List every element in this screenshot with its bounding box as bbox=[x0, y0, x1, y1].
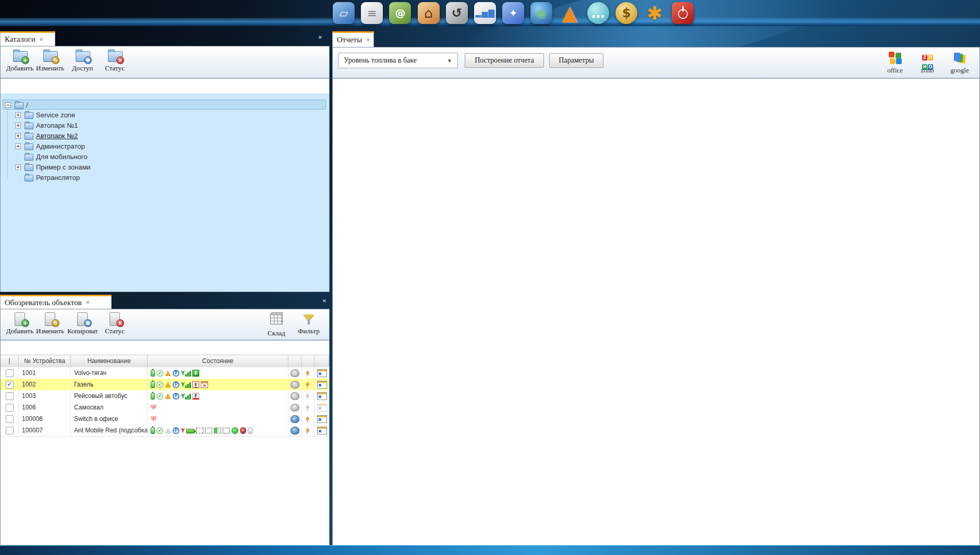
tree-item[interactable]: +Администратор bbox=[3, 141, 326, 151]
cone-dock-icon[interactable]: ▲ bbox=[559, 2, 581, 24]
power-supply-icon[interactable] bbox=[305, 415, 311, 423]
column-header-1[interactable]: № Устройства bbox=[19, 355, 71, 368]
power-dock-icon[interactable]: ○ bbox=[672, 2, 694, 24]
column-header[interactable] bbox=[301, 355, 314, 368]
column-header-3[interactable]: Состояние bbox=[148, 355, 288, 368]
table-row[interactable]: 1003Рейсовый автобусY bbox=[1, 390, 329, 402]
page-status-button[interactable]: ×Статус bbox=[100, 312, 130, 335]
report-type-select[interactable]: Уровень топлива в баке ▼ bbox=[338, 53, 458, 68]
row-checkbox[interactable]: ✔ bbox=[6, 381, 14, 389]
object-table-header: № УстройстваНаименованиеСостояние bbox=[1, 355, 329, 368]
driver-card-icon[interactable] bbox=[317, 404, 327, 412]
build-report-button[interactable]: Построение отчета bbox=[465, 53, 544, 68]
expand-icon[interactable]: + bbox=[15, 143, 21, 149]
row-checkbox[interactable] bbox=[6, 392, 14, 400]
export-zoho-button[interactable]: ZOHOzoho bbox=[913, 52, 942, 75]
tab-object-browser[interactable]: Обозреватель объектов × bbox=[0, 295, 112, 309]
folder-access-button[interactable]: ☻Доступ bbox=[67, 50, 98, 73]
table-row[interactable]: 1006Самосвал bbox=[1, 402, 329, 414]
column-header-2[interactable]: Наименование bbox=[71, 355, 148, 368]
globe-dock-icon[interactable]: ◉ bbox=[530, 2, 552, 24]
power-supply-icon[interactable] bbox=[305, 404, 311, 412]
expand-icon[interactable]: + bbox=[15, 164, 21, 170]
gamepad-dock-icon[interactable]: ✦ bbox=[502, 2, 524, 24]
driver-card-icon[interactable] bbox=[317, 381, 327, 389]
chat-dock-icon[interactable]: … bbox=[587, 2, 609, 24]
fuel-alert-icon bbox=[192, 381, 199, 388]
folder-add-button[interactable]: +Добавить bbox=[5, 50, 35, 73]
driver-card-icon[interactable] bbox=[317, 392, 327, 400]
tree-item[interactable]: +Автопарк №1 bbox=[3, 120, 326, 130]
tree-item[interactable]: +Пример с зонами bbox=[3, 162, 326, 172]
row-checkbox[interactable] bbox=[6, 369, 14, 377]
contacts-dock-icon[interactable]: @ bbox=[389, 2, 411, 24]
page-add-button[interactable]: +Добавить bbox=[5, 312, 35, 335]
gsm-bars-icon: Y bbox=[181, 381, 191, 388]
power-supply-icon[interactable] bbox=[305, 381, 311, 389]
device-state-cell: Y bbox=[148, 390, 288, 402]
satellite-icon[interactable] bbox=[291, 415, 299, 423]
satellite-icon[interactable] bbox=[291, 404, 299, 412]
folder-dock-icon[interactable]: ▱ bbox=[333, 2, 355, 24]
statistics-dock-icon[interactable]: ▂▅▇ bbox=[474, 2, 496, 24]
tab-reports-close-icon[interactable]: × bbox=[366, 37, 370, 44]
column-header[interactable] bbox=[314, 355, 329, 368]
expand-icon[interactable]: + bbox=[15, 112, 21, 118]
power-supply-icon[interactable] bbox=[305, 369, 311, 377]
tree-item[interactable]: Ретранслятор bbox=[3, 173, 326, 183]
table-row[interactable]: ✔1002ГазельY bbox=[1, 379, 329, 391]
tab-catalogs[interactable]: Каталоги × bbox=[0, 31, 55, 46]
tree-item-selected[interactable]: −/ bbox=[3, 100, 326, 110]
catalogs-panel-close-icon[interactable]: × bbox=[318, 33, 322, 41]
device-number-cell: 1001 bbox=[19, 367, 71, 379]
coins-dock-icon[interactable]: $ bbox=[615, 2, 637, 24]
driver-card-icon[interactable] bbox=[317, 369, 327, 377]
column-header[interactable] bbox=[288, 355, 301, 368]
tree-item-label: Пример с зонами bbox=[36, 162, 91, 172]
satellite-icon[interactable] bbox=[291, 427, 299, 435]
tab-catalogs-close-icon[interactable]: × bbox=[40, 36, 43, 43]
export-google-button[interactable]: google bbox=[945, 52, 974, 75]
satellite-icon[interactable] bbox=[291, 392, 299, 400]
table-row[interactable]: 1001Volvo-тягачY bbox=[1, 367, 329, 379]
object-browser-panel-close-icon[interactable]: × bbox=[322, 297, 326, 305]
row-checkbox[interactable] bbox=[6, 427, 14, 435]
power-supply-icon[interactable] bbox=[305, 392, 311, 400]
row-checkbox[interactable] bbox=[6, 404, 14, 412]
table-row[interactable]: 100007Ant Mobile Red (подсобка)Y bbox=[1, 425, 329, 437]
backup-dock-icon[interactable]: ↺ bbox=[446, 2, 468, 24]
filter-button[interactable]: Фильтр bbox=[294, 312, 324, 335]
tab-object-browser-close-icon[interactable]: × bbox=[86, 299, 90, 306]
table-row[interactable]: 100006Switch в офисе bbox=[1, 413, 329, 425]
power-supply-icon[interactable] bbox=[305, 427, 311, 435]
expand-icon[interactable]: + bbox=[15, 133, 21, 139]
gear-dock-icon[interactable]: ✱ bbox=[644, 2, 666, 24]
expand-icon[interactable]: + bbox=[15, 123, 21, 128]
export-office-button[interactable]: office bbox=[880, 52, 910, 75]
device-state-cell: Y bbox=[148, 425, 288, 436]
documents-dock-icon[interactable]: ≡ bbox=[361, 2, 383, 24]
satellite-icon[interactable] bbox=[291, 381, 299, 389]
tree-item[interactable]: +Service zone bbox=[3, 110, 326, 120]
tree-item[interactable]: +Автопарк №2 bbox=[3, 131, 326, 141]
driver-card-icon[interactable] bbox=[317, 427, 327, 435]
zoho-icon: ZOHO bbox=[921, 52, 934, 64]
page-edit-button[interactable]: ✎Изменить bbox=[35, 312, 65, 335]
folder-edit-button[interactable]: ✎Изменить bbox=[35, 50, 65, 73]
battery-icon bbox=[151, 393, 155, 400]
warehouse-button[interactable]: Склад bbox=[261, 312, 292, 337]
row-checkbox[interactable] bbox=[6, 415, 14, 423]
collapse-icon[interactable]: − bbox=[5, 102, 11, 108]
device-number-cell: 100007 bbox=[19, 425, 71, 436]
page-copy-button[interactable]: ▣Копироват bbox=[67, 312, 98, 335]
tree-item[interactable]: Для мобильного bbox=[3, 152, 326, 162]
home-dock-icon[interactable]: ⌂ bbox=[418, 2, 440, 24]
satellite-icon[interactable] bbox=[291, 369, 299, 377]
column-header[interactable] bbox=[1, 355, 19, 368]
select-all-checkbox[interactable] bbox=[9, 358, 10, 365]
tab-reports[interactable]: Отчеты × bbox=[332, 31, 374, 47]
driver-card-icon[interactable] bbox=[317, 415, 327, 423]
folder-status-button[interactable]: ×Статус bbox=[100, 50, 130, 73]
parameters-button[interactable]: Параметры bbox=[549, 53, 603, 68]
export-buttons: officeZOHOzohogoogle bbox=[872, 50, 976, 78]
